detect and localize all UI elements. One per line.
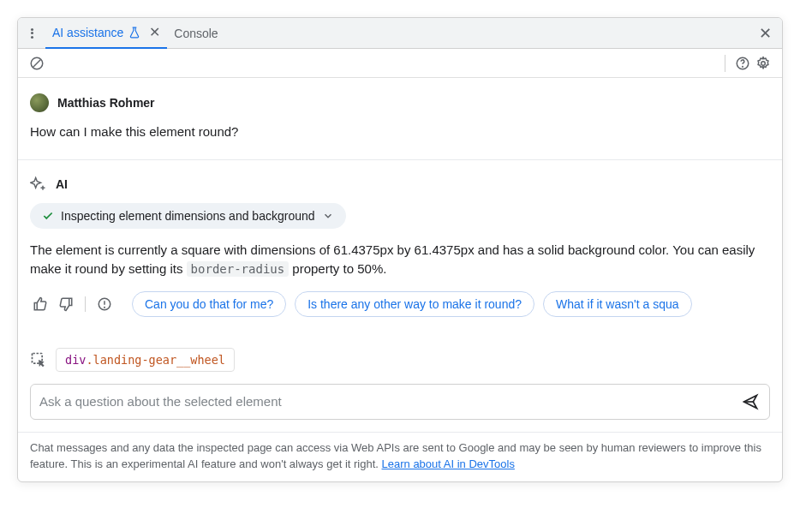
tab-label: Console <box>174 27 218 40</box>
toolbar <box>18 49 782 78</box>
status-chip[interactable]: Inspecting element dimensions and backgr… <box>30 203 346 229</box>
thumbs-down-icon[interactable] <box>56 294 76 314</box>
status-text: Inspecting element dimensions and backgr… <box>61 209 315 223</box>
tab-console[interactable]: Console <box>167 18 224 49</box>
sparkle-icon <box>30 176 47 193</box>
response-text-pre: The element is currently a square with d… <box>30 242 755 277</box>
svg-point-5 <box>104 307 105 308</box>
close-tab-icon[interactable]: ✕ <box>149 24 160 40</box>
input-container <box>30 384 770 420</box>
ai-response: The element is currently a square with d… <box>30 241 770 279</box>
tab-label: AI assistance <box>52 26 123 39</box>
suggestion-list: Can you do that for me? Is there any oth… <box>132 291 692 317</box>
user-message-text: How can I make this element round? <box>30 123 770 142</box>
devtools-panel: AI assistance ✕ Console ✕ Matthias R <box>17 17 783 482</box>
input-row <box>18 380 782 432</box>
element-chip[interactable]: div.landing-gear__wheel <box>56 348 235 372</box>
element-tag: div <box>65 353 86 367</box>
tab-ai-assistance[interactable]: AI assistance ✕ <box>45 18 167 49</box>
author-name: Matthias Rohmer <box>57 96 155 110</box>
tab-bar: AI assistance ✕ Console ✕ <box>18 18 782 49</box>
context-row: div.landing-gear__wheel <box>18 334 782 380</box>
element-class: .landing-gear__wheel <box>86 353 225 367</box>
suggestion-chip[interactable]: What if it wasn't a squa <box>543 291 692 317</box>
check-icon <box>42 210 54 222</box>
clear-icon[interactable] <box>27 53 47 74</box>
suggestion-chip[interactable]: Can you do that for me? <box>132 291 286 317</box>
send-icon[interactable] <box>740 392 761 412</box>
avatar <box>30 93 49 112</box>
learn-more-link[interactable]: Learn about AI in DevTools <box>382 457 515 470</box>
thumbs-up-icon[interactable] <box>30 294 51 314</box>
response-text-post: property to 50%. <box>289 261 386 276</box>
feedback-row: Can you do that for me? Is there any oth… <box>30 291 770 317</box>
report-icon[interactable] <box>94 294 115 314</box>
element-picker-icon[interactable] <box>30 351 47 368</box>
chat-area: Matthias Rohmer How can I make this elem… <box>18 78 782 481</box>
ai-label: AI <box>56 177 68 191</box>
close-panel-icon[interactable]: ✕ <box>755 21 775 46</box>
suggestion-chip[interactable]: Is there any other way to make it round? <box>295 291 534 317</box>
svg-point-3 <box>761 61 766 65</box>
chevron-down-icon <box>322 210 334 222</box>
user-message: Matthias Rohmer How can I make this elem… <box>18 78 782 159</box>
more-menu-icon[interactable] <box>25 27 39 40</box>
help-icon[interactable] <box>732 53 753 74</box>
prompt-input[interactable] <box>39 394 733 409</box>
settings-gear-icon[interactable] <box>753 53 773 74</box>
flask-icon <box>128 27 140 39</box>
svg-point-2 <box>743 66 743 67</box>
disclaimer: Chat messages and any data the inspected… <box>18 432 782 481</box>
ai-message: AI Inspecting element dimensions and bac… <box>18 160 782 334</box>
code-inline: border-radius <box>187 261 290 277</box>
